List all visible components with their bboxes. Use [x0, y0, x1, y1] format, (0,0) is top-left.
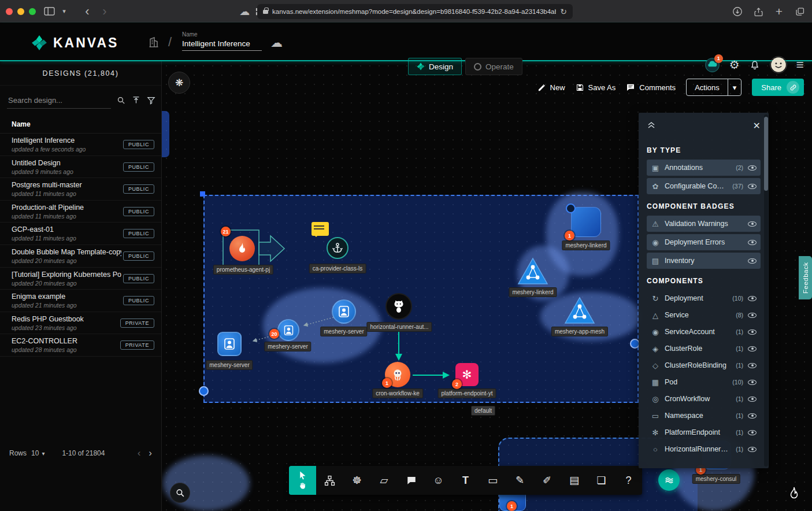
organization-icon[interactable] — [148, 36, 160, 50]
design-list-item[interactable]: Postgres multi-master updated 11 minutes… — [0, 178, 161, 201]
panel-item-clusterrole[interactable]: ◈ ClusterRole (1) — [647, 340, 761, 357]
panel-item-clusterrolebinding[interactable]: ◇ ClusterRoleBinding (1) — [647, 357, 761, 373]
previous-page-button[interactable]: ‹ — [138, 447, 141, 459]
visibility-eye-icon[interactable] — [748, 257, 757, 265]
browser-sidebar-toggle-icon[interactable] — [42, 4, 57, 19]
share-button[interactable]: Share — [752, 79, 804, 96]
tool-frame[interactable]: ▭ — [479, 466, 506, 495]
visibility-eye-icon[interactable] — [748, 395, 757, 403]
column-header-name[interactable]: Name — [0, 114, 161, 134]
panel-item-validation-warnings[interactable]: ⚠ Validation Warnings — [647, 216, 761, 232]
tool-pencil[interactable]: ✐ — [533, 466, 561, 495]
visibility-eye-icon[interactable] — [748, 311, 757, 320]
panel-item-namespace[interactable]: ▭ Namespace (1) — [647, 408, 761, 424]
panel-scrollbar-thumb[interactable] — [764, 117, 768, 191]
refresh-icon[interactable]: ↻ — [560, 7, 567, 16]
canvas-node-prometheus[interactable] — [229, 236, 255, 261]
tab-overview-icon[interactable] — [792, 4, 807, 19]
import-design-icon[interactable] — [131, 95, 141, 108]
error-badge[interactable]: 21 — [221, 227, 231, 236]
settings-gear-icon[interactable]: ⚙ — [729, 58, 740, 72]
panel-item-annotations[interactable]: ▣ Annotations (2) — [647, 160, 761, 176]
tool-pen[interactable]: ✎ — [506, 466, 533, 495]
new-design-button[interactable]: New — [537, 83, 565, 92]
design-list-item[interactable]: Redis PHP Guestbook updated 23 minutes a… — [0, 312, 161, 335]
downloads-icon[interactable] — [730, 4, 745, 19]
panel-item-service[interactable]: △ Service (8) — [647, 307, 761, 323]
canvas-node-server-c[interactable] — [217, 332, 242, 356]
visibility-eye-icon[interactable] — [748, 445, 757, 454]
canvas-comment-note[interactable] — [312, 222, 329, 236]
error-badge[interactable]: 2 — [452, 379, 462, 389]
tab-operate[interactable]: Operate — [465, 58, 522, 75]
region-handle-bottom-left[interactable] — [199, 386, 209, 396]
browser-forward-button[interactable]: › — [97, 4, 112, 19]
error-badge[interactable]: 1 — [565, 231, 574, 240]
actions-split-button[interactable]: Actions ▾ — [686, 79, 741, 96]
panel-item-deployment-errors[interactable]: ◉ Deployment Errors — [647, 234, 761, 250]
kanvas-logo[interactable]: KANVAS — [31, 35, 118, 51]
error-badge[interactable]: 1 — [507, 501, 517, 511]
url-bar[interactable]: kanvas.new/extension/meshmap?mode=design… — [257, 4, 573, 19]
visibility-eye-icon[interactable] — [748, 220, 757, 228]
panel-item-inventory[interactable]: ▤ Inventory — [647, 253, 761, 269]
visibility-eye-icon[interactable] — [748, 361, 757, 370]
tool-shapes[interactable]: ▱ — [370, 466, 398, 495]
design-list-item[interactable]: Untitled Design updated 9 minutes ago PU… — [0, 156, 161, 179]
feedback-tab[interactable]: Feedback — [799, 256, 812, 299]
canvas-node-linkerd-box[interactable] — [571, 207, 601, 237]
visibility-eye-icon[interactable] — [748, 345, 757, 353]
visibility-eye-icon[interactable] — [748, 412, 757, 420]
panel-item-pod[interactable]: ▦ Pod (10) — [647, 374, 761, 390]
save-as-button[interactable]: Save As — [576, 83, 616, 92]
canvas-node-linkerd-tri[interactable] — [517, 257, 549, 286]
comments-button[interactable]: Comments — [626, 83, 676, 92]
user-avatar[interactable] — [770, 56, 787, 73]
tool-card[interactable]: ▤ — [561, 466, 588, 495]
canvas-node-app-mesh[interactable] — [563, 296, 596, 325]
actions-caret-icon[interactable]: ▾ — [728, 79, 741, 95]
menu-icon[interactable]: ≡ — [796, 57, 804, 73]
tool-select-cursor[interactable] — [289, 466, 316, 495]
canvas-menu-button[interactable]: ❋ — [168, 72, 190, 94]
zoom-button[interactable] — [170, 483, 190, 503]
collapse-panel-icon[interactable] — [647, 120, 656, 131]
visibility-eye-icon[interactable] — [748, 328, 757, 336]
new-tab-button[interactable]: + — [772, 4, 787, 19]
minimize-window-button[interactable] — [17, 8, 24, 15]
panel-item-platformendpoint[interactable]: ✻ PlatformEndpoint (1) — [647, 424, 761, 440]
canvas-node-server-b[interactable] — [277, 319, 299, 341]
next-page-button[interactable]: › — [149, 447, 152, 459]
share-page-icon[interactable] — [751, 4, 766, 19]
design-list-item[interactable]: Enigma example updated 21 minutes ago PU… — [0, 290, 161, 312]
visibility-eye-icon[interactable] — [748, 238, 757, 247]
visibility-eye-icon[interactable] — [748, 294, 757, 303]
maximize-window-button[interactable] — [29, 8, 36, 15]
visibility-eye-icon[interactable] — [748, 428, 757, 437]
design-list-item[interactable]: [Tutorial] Exploring Kubernetes Pod upda… — [0, 268, 161, 290]
cloud-account-button[interactable]: 1 — [705, 57, 720, 73]
icloud-icon[interactable]: ☁ — [237, 4, 252, 19]
tool-comment[interactable] — [398, 466, 425, 495]
panel-item-cronworkflow[interactable]: ◎ CronWorkflow (1) — [647, 391, 761, 407]
canvas-node-github-runner[interactable] — [385, 293, 412, 320]
meshery-button[interactable] — [658, 469, 680, 491]
canvas-node-server-a[interactable] — [332, 299, 356, 324]
close-window-button[interactable] — [6, 8, 13, 15]
tool-kubernetes[interactable]: ☸ — [343, 466, 370, 495]
tool-flowchart[interactable] — [316, 466, 343, 495]
visibility-eye-icon[interactable] — [748, 378, 757, 387]
design-list-item[interactable]: Intelligent Inference updated a few seco… — [0, 134, 161, 156]
visibility-eye-icon[interactable] — [748, 182, 757, 191]
region-resize-handle[interactable] — [200, 191, 205, 197]
tool-layers[interactable]: ❏ — [588, 466, 615, 495]
tool-help[interactable]: ? — [615, 466, 642, 495]
panel-item-deployment[interactable]: ↻ Deployment (10) — [647, 290, 761, 306]
design-list-item[interactable]: Production-alt Pipeline updated 11 minut… — [0, 201, 161, 223]
close-panel-icon[interactable]: ✕ — [753, 120, 761, 131]
canvas-node-ca-provider[interactable] — [327, 237, 348, 259]
panel-item-configurable-components[interactable]: ✿ Configurable Compon (37) — [647, 178, 761, 194]
design-list-item[interactable]: GCP-east-01 updated 11 minutes ago PUBLI… — [0, 223, 161, 245]
design-search-input[interactable] — [7, 94, 111, 109]
error-badge[interactable]: 20 — [269, 329, 279, 339]
